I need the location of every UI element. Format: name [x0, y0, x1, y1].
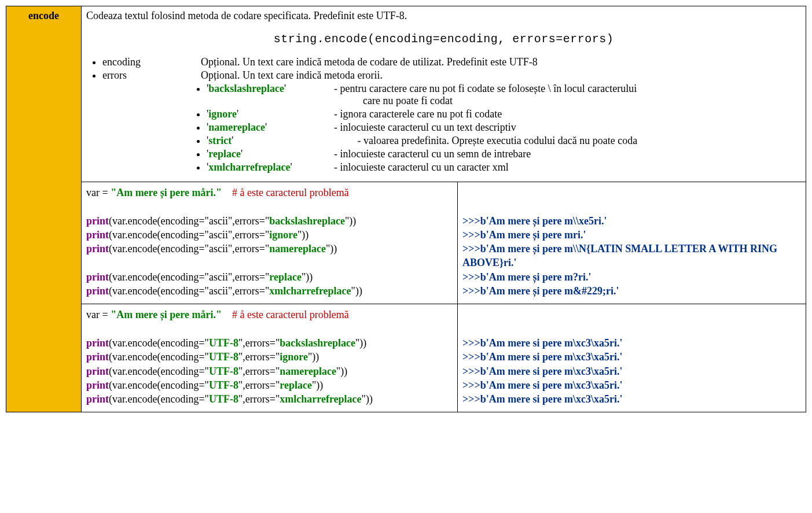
- prompt: >>>: [462, 243, 480, 254]
- tok: ")): [326, 243, 337, 254]
- tok: ",errors=": [228, 243, 269, 254]
- tok: (var.encode(encoding=": [109, 393, 209, 405]
- tok: ")): [345, 215, 356, 227]
- enc-val: UTF-8: [209, 366, 238, 377]
- kw-print: print: [86, 366, 109, 377]
- code-line: print(var.encode(encoding="UTF-8",errors…: [86, 364, 453, 378]
- tok: ",errors=": [228, 285, 269, 297]
- code-line: print(var.encode(encoding="ascii",errors…: [86, 242, 453, 256]
- kw-print: print: [86, 215, 109, 227]
- enc-val: ascii: [209, 285, 228, 297]
- kw-print: print: [86, 379, 109, 391]
- tok: ")): [351, 285, 362, 297]
- enc-val: UTF-8: [209, 393, 238, 405]
- code-line: print(var.encode(encoding="ascii",errors…: [86, 228, 453, 242]
- enc-val: ascii: [209, 229, 228, 241]
- tok: (var.encode(encoding=": [109, 229, 209, 241]
- out-text: b'Am mere și pere m?ri.': [480, 271, 591, 283]
- tok: (var.encode(encoding=": [109, 379, 209, 391]
- err-val: backslashreplace: [280, 337, 355, 349]
- err-val: ignore: [280, 351, 308, 363]
- enc-val: ascii: [209, 271, 228, 283]
- out-line: >>>b'Am mere și pere mri.': [462, 228, 801, 242]
- tok: ")): [302, 271, 313, 283]
- out-line: >>>b'Am mere și pere m\\xe5ri.': [462, 214, 801, 228]
- enc-val: UTF-8: [209, 337, 238, 349]
- out-text: b'Am mere și pere mri.': [480, 229, 586, 241]
- tok: (var.encode(encoding=": [109, 366, 209, 377]
- method-name: encode: [28, 10, 59, 21]
- errval-desc: - inlocuieste caracterul cu un semn de i…: [334, 148, 801, 160]
- encode-doc-table: encode Codeaza textul folosind metoda de…: [6, 6, 806, 412]
- enc-val: ascii: [209, 243, 228, 254]
- param-desc: Opțional. Un text care indică metoda de …: [201, 56, 801, 68]
- enc-val: UTF-8: [209, 351, 238, 363]
- kw-print: print: [86, 351, 109, 363]
- description-text: Codeaza textul folosind metoda de codare…: [86, 10, 801, 22]
- tok: ",errors=": [228, 215, 269, 227]
- assign-str: "Am mere și pere måri.": [111, 187, 222, 198]
- kw-print: print: [86, 229, 109, 241]
- errval-desc: - inlocuieste caracterul cu un caracter …: [334, 161, 801, 174]
- description-cell: Codeaza textul folosind metoda de codare…: [82, 6, 806, 182]
- errval-desc-cont: care nu poate fi codat: [334, 95, 801, 107]
- out-line: >>>b'Am mere si pere m\xc3\xa5ri.': [462, 378, 801, 392]
- tok: (var.encode(encoding=": [109, 337, 209, 349]
- kw-print: print: [86, 393, 109, 405]
- code-line: print(var.encode(encoding="UTF-8",errors…: [86, 392, 453, 406]
- errval-item: 'replace' - inlocuieste caracterul cu un…: [207, 148, 801, 160]
- example2-code-cell: var = "Am mere și pere måri." # å este c…: [82, 304, 458, 412]
- out-text: b'Am mere si pere m\xc3\xa5ri.': [480, 351, 623, 363]
- var-assign-line: var = "Am mere și pere måri." # å este c…: [86, 308, 453, 322]
- prompt: >>>: [462, 379, 480, 391]
- error-values-list: 'backslashreplace' - pentru caractere ca…: [207, 83, 801, 174]
- tok: ")): [308, 351, 319, 363]
- kw-print: print: [86, 285, 109, 297]
- tok: ",errors=": [228, 229, 269, 241]
- out-text: b'Am mere si pere m\xc3\xa5ri.': [480, 379, 623, 391]
- tok: ",errors=": [238, 379, 280, 391]
- err-val: backslashreplace: [269, 215, 345, 227]
- prompt: >>>: [462, 215, 480, 227]
- example1-code-cell: var = "Am mere și pere måri." # å este c…: [82, 182, 458, 304]
- tok: (var.encode(encoding=": [109, 271, 209, 283]
- prompt: >>>: [462, 285, 480, 297]
- out-line: >>>b'Am mere si pere m\xc3\xa5ri.': [462, 350, 801, 364]
- assign-pre: var =: [86, 309, 111, 320]
- tok: ")): [312, 379, 323, 391]
- out-text: b'Am mere și pere m\\xe5ri.': [480, 215, 607, 227]
- code-line: print(var.encode(encoding="UTF-8",errors…: [86, 336, 453, 350]
- enc-val: UTF-8: [209, 379, 238, 391]
- err-val: xmlcharrefreplace: [280, 393, 361, 405]
- param-errors: errors Opțional. Un text care indică met…: [102, 69, 801, 174]
- errval-desc: - inlocuieste caracterul cu un text desc…: [334, 121, 801, 134]
- errval-item: 'ignore' - ignora caracterele care nu po…: [207, 108, 801, 120]
- param-encoding: encoding Opțional. Un text care indică m…: [102, 56, 801, 68]
- errval-item: 'xmlcharrefreplace' - inlocuieste caract…: [207, 161, 801, 174]
- out-text: b'Am mere si pere m\xc3\xa5ri.': [480, 337, 623, 349]
- example1-output-cell: >>>b'Am mere și pere m\\xe5ri.' >>>b'Am …: [458, 182, 806, 304]
- prompt: >>>: [462, 271, 480, 283]
- tok: ")): [297, 229, 308, 241]
- signature: string.encode(encoding=encoding, errors=…: [86, 32, 801, 46]
- prompt: >>>: [462, 393, 480, 405]
- out-text: b'Am mere și pere m&#229;ri.': [480, 285, 619, 297]
- params-list: encoding Opțional. Un text care indică m…: [102, 56, 801, 174]
- out-text: b'Am mere și pere m\\N{LATIN SMALL LETTE…: [462, 243, 777, 268]
- prompt: >>>: [462, 337, 480, 349]
- out-line: >>>b'Am mere și pere m\\N{LATIN SMALL LE…: [462, 242, 801, 270]
- code-line: print(var.encode(encoding="ascii",errors…: [86, 214, 453, 228]
- errval-name: replace: [208, 148, 241, 160]
- param-key: encoding: [102, 56, 201, 68]
- tok: ")): [362, 393, 373, 405]
- kw-print: print: [86, 337, 109, 349]
- out-line: >>>b'Am mere si pere m\xc3\xa5ri.': [462, 336, 801, 350]
- tok: ",errors=": [228, 271, 269, 283]
- method-name-cell: encode: [6, 6, 82, 412]
- code-line: print(var.encode(encoding="ascii",errors…: [86, 284, 453, 298]
- tok: (var.encode(encoding=": [109, 243, 209, 254]
- code-line: print(var.encode(encoding="UTF-8",errors…: [86, 350, 453, 364]
- errval-desc: - valoarea predefinita. Oprește executia…: [334, 135, 801, 147]
- assign-str: "Am mere și pere måri.": [111, 309, 222, 320]
- assign-comment: # å este caracterul problemă: [232, 187, 349, 198]
